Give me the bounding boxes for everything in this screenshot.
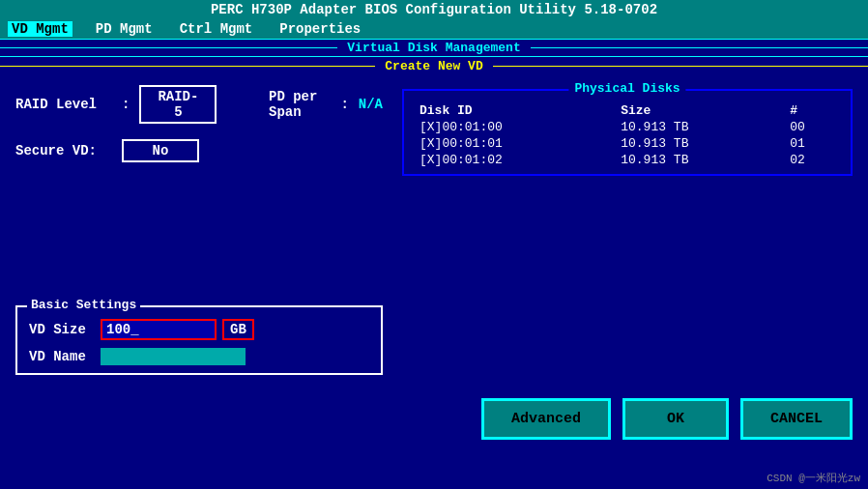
cell-size-2: 10.913 TB [615, 152, 784, 168]
cell-disk_id-1: [X]00:01:01 [414, 135, 615, 152]
raid-level-label: RAID Level [15, 97, 112, 112]
vd-name-input[interactable] [101, 348, 246, 365]
vd-name-row: VD Name [29, 348, 369, 365]
disks-table-header: Disk ID Size # [414, 102, 841, 119]
menu-properties[interactable]: Properties [275, 21, 364, 37]
content-area: RAID Level : RAID-5 PD per Span : N/A Se… [0, 75, 868, 385]
secure-vd-row: Secure VD: No [15, 139, 383, 162]
vd-size-row: VD Size GB [29, 319, 369, 340]
physical-disks-title: Physical Disks [568, 81, 685, 96]
table-row: [X]00:01:0110.913 TB01 [414, 135, 841, 152]
cell-size-0: 10.913 TB [615, 119, 784, 135]
raid-level-colon: : [122, 97, 130, 112]
button-row: Advanced OK CANCEL [0, 388, 868, 449]
raid-level-value[interactable]: RAID-5 [139, 85, 217, 124]
cell-disk_id-0: [X]00:01:00 [414, 119, 615, 135]
menu-vd-mgmt[interactable]: VD Mgmt [8, 21, 72, 37]
disks-tbody: [X]00:01:0010.913 TB00[X]00:01:0110.913 … [414, 119, 841, 168]
basic-settings-panel: Basic Settings VD Size GB VD Name [15, 305, 383, 375]
physical-disks-panel: Physical Disks Disk ID Size # [X]00:01:0… [402, 89, 853, 176]
title-text: PERC H730P Adapter BIOS Configuration Ut… [211, 2, 657, 17]
raid-level-row: RAID Level : RAID-5 PD per Span : N/A [15, 85, 383, 124]
vd-size-input[interactable] [101, 319, 217, 340]
col-size: Size [615, 102, 784, 119]
left-panel: RAID Level : RAID-5 PD per Span : N/A Se… [15, 85, 383, 375]
menu-bar: VD Mgmt PD Mgmt Ctrl Mgmt Properties [0, 19, 868, 39]
cancel-button[interactable]: CANCEL [740, 398, 853, 440]
pd-per-span-label: PD per Span [269, 89, 331, 120]
title-bar: PERC H730P Adapter BIOS Configuration Ut… [0, 0, 868, 19]
secure-vd-value[interactable]: No [122, 139, 199, 162]
menu-ctrl-mgmt[interactable]: Ctrl Mgmt [176, 21, 257, 37]
vdm-title: Virtual Disk Management [0, 39, 868, 57]
pd-per-span-value: N/A [359, 97, 383, 112]
table-row: [X]00:01:0010.913 TB00 [414, 119, 841, 135]
advanced-button[interactable]: Advanced [481, 398, 611, 440]
disks-table: Disk ID Size # [X]00:01:0010.913 TB00[X]… [414, 102, 841, 168]
cell-disk_id-2: [X]00:01:02 [414, 152, 615, 168]
right-panel: Physical Disks Disk ID Size # [X]00:01:0… [402, 85, 853, 375]
col-disk-id: Disk ID [414, 102, 615, 119]
watermark: CSDN @一米阳光zw [767, 471, 860, 485]
cell-num-0: 00 [784, 119, 841, 135]
vd-size-label: VD Size [29, 322, 95, 337]
table-row: [X]00:01:0210.913 TB02 [414, 152, 841, 168]
pd-per-span-colon: : [340, 97, 348, 112]
vd-size-unit: GB [222, 319, 254, 340]
cell-size-1: 10.913 TB [615, 135, 784, 152]
secure-vd-label: Secure VD: [15, 143, 112, 158]
basic-settings-title: Basic Settings [27, 298, 140, 312]
cell-num-1: 01 [784, 135, 841, 152]
cell-num-2: 02 [784, 152, 841, 168]
col-num: # [784, 102, 841, 119]
vd-name-label: VD Name [29, 349, 95, 364]
ok-button[interactable]: OK [622, 398, 729, 440]
menu-pd-mgmt[interactable]: PD Mgmt [92, 21, 157, 37]
create-new-vd-title: Create New VD [0, 57, 868, 75]
